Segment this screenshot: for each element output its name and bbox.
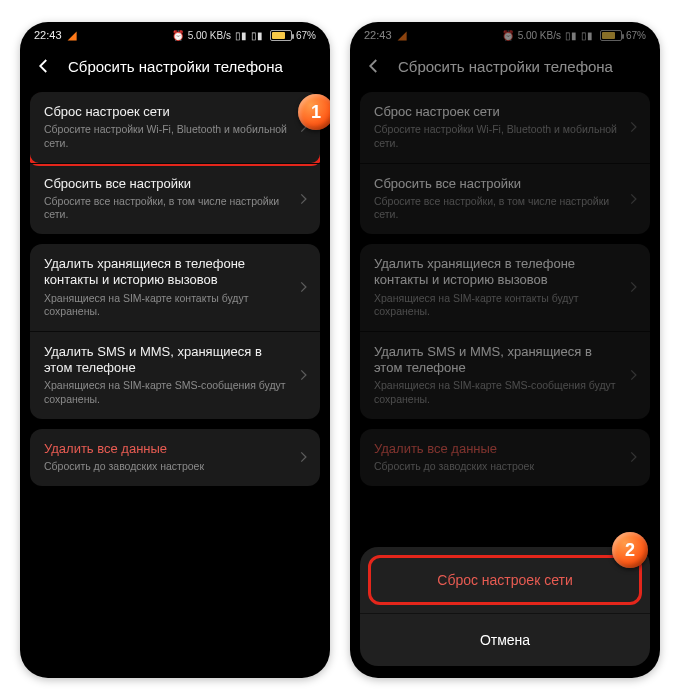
status-time: 22:43 (34, 29, 62, 41)
title-bar: Сбросить настройки телефона (20, 48, 330, 92)
row-title: Удалить хранящиеся в телефоне контакты и… (44, 256, 306, 289)
signal-icon-1: ▯▮ (235, 30, 247, 41)
page-title: Сбросить настройки телефона (68, 58, 283, 75)
row-delete-contacts[interactable]: Удалить хранящиеся в телефоне контакты и… (30, 244, 320, 331)
net-speed: 5.00 KB/s (518, 30, 561, 41)
row-title: Сбросить все настройки (44, 176, 306, 192)
phone-screen-2: 2 22:43 ◢ ⏰ 5.00 KB/s ▯▮ ▯▮ 67% Сбросить… (350, 22, 660, 678)
chevron-right-icon (626, 450, 640, 464)
chevron-right-icon (296, 368, 310, 382)
row-delete-all-data[interactable]: Удалить все данные Сбросить до заводских… (360, 429, 650, 486)
battery-icon (600, 30, 622, 41)
row-subtitle: Сбросите все настройки, в том числе наст… (44, 195, 306, 222)
step-marker-2: 2 (612, 532, 648, 568)
battery-pct: 67% (296, 30, 316, 41)
row-subtitle: Сбросите все настройки, в том числе наст… (374, 195, 636, 222)
status-time: 22:43 (364, 29, 392, 41)
net-speed: 5.00 KB/s (188, 30, 231, 41)
sheet-cancel[interactable]: Отмена (360, 613, 650, 666)
step-marker-1: 1 (298, 94, 330, 130)
row-subtitle: Хранящиеся на SIM-карте SMS-сообщения бу… (374, 379, 636, 406)
row-subtitle: Сбросите настройки Wi-Fi, Bluetooth и мо… (374, 123, 636, 150)
row-subtitle: Хранящиеся на SIM-карте контакты будут с… (44, 292, 306, 319)
battery-icon (270, 30, 292, 41)
chevron-right-icon (626, 280, 640, 294)
settings-list: Сброс настроек сети Сбросите настройки W… (20, 92, 330, 486)
back-button[interactable] (364, 56, 384, 76)
signal-icon-2: ▯▮ (251, 30, 263, 41)
row-delete-all-data[interactable]: Удалить все данные Сбросить до заводских… (30, 429, 320, 486)
chevron-right-icon (296, 192, 310, 206)
chevron-right-icon (626, 192, 640, 206)
row-subtitle: Сбросить до заводских настроек (44, 460, 306, 474)
row-title: Удалить SMS и MMS, хранящиеся в этом тел… (44, 344, 306, 377)
alarm-icon: ⏰ (502, 30, 514, 41)
title-bar: Сбросить настройки телефона (350, 48, 660, 92)
chevron-right-icon (296, 450, 310, 464)
chevron-right-icon (626, 120, 640, 134)
phone-screen-1: 1 22:43 ◢ ⏰ 5.00 KB/s ▯▮ ▯▮ 67% Сбросить… (20, 22, 330, 678)
chevron-right-icon (626, 368, 640, 382)
sheet-confirm-reset-network[interactable]: Сброс настроек сети (368, 555, 642, 605)
brand-icon: ◢ (398, 29, 406, 42)
row-delete-sms[interactable]: Удалить SMS и MMS, хранящиеся в этом тел… (360, 331, 650, 419)
row-title: Сброс настроек сети (44, 104, 306, 120)
row-subtitle: Хранящиеся на SIM-карте контакты будут с… (374, 292, 636, 319)
status-bar: 22:43 ◢ ⏰ 5.00 KB/s ▯▮ ▯▮ 67% (20, 22, 330, 48)
row-delete-sms[interactable]: Удалить SMS и MMS, хранящиеся в этом тел… (30, 331, 320, 419)
settings-list: Сброс настроек сети Сбросите настройки W… (350, 92, 660, 486)
signal-icon-2: ▯▮ (581, 30, 593, 41)
row-reset-all-settings[interactable]: Сбросить все настройки Сбросите все наст… (360, 163, 650, 235)
group-network-reset: Сброс настроек сети Сбросите настройки W… (30, 92, 320, 234)
group-delete-data: Удалить хранящиеся в телефоне контакты и… (30, 244, 320, 419)
group-factory-reset: Удалить все данные Сбросить до заводских… (30, 429, 320, 486)
brand-icon: ◢ (68, 29, 76, 42)
row-title: Удалить все данные (44, 441, 306, 457)
back-button[interactable] (34, 56, 54, 76)
row-title: Удалить все данные (374, 441, 636, 457)
chevron-right-icon (296, 280, 310, 294)
action-sheet: Сброс настроек сети Отмена (360, 547, 650, 666)
status-icons: ⏰ 5.00 KB/s ▯▮ ▯▮ 67% (502, 30, 646, 41)
dimmed-background: 22:43 ◢ ⏰ 5.00 KB/s ▯▮ ▯▮ 67% Сбросить н… (350, 22, 660, 486)
row-subtitle: Хранящиеся на SIM-карте SMS-сообщения бу… (44, 379, 306, 406)
page-title: Сбросить настройки телефона (398, 58, 613, 75)
row-title: Удалить SMS и MMS, хранящиеся в этом тел… (374, 344, 636, 377)
row-title: Удалить хранящиеся в телефоне контакты и… (374, 256, 636, 289)
row-title: Сброс настроек сети (374, 104, 636, 120)
row-subtitle: Сбросите настройки Wi-Fi, Bluetooth и мо… (44, 123, 306, 150)
status-icons: ⏰ 5.00 KB/s ▯▮ ▯▮ 67% (172, 30, 316, 41)
row-delete-contacts[interactable]: Удалить хранящиеся в телефоне контакты и… (360, 244, 650, 331)
row-reset-network[interactable]: Сброс настроек сети Сбросите настройки W… (360, 92, 650, 163)
battery-pct: 67% (626, 30, 646, 41)
signal-icon-1: ▯▮ (565, 30, 577, 41)
row-reset-all-settings[interactable]: Сбросить все настройки Сбросите все наст… (30, 163, 320, 235)
alarm-icon: ⏰ (172, 30, 184, 41)
row-reset-network[interactable]: Сброс настроек сети Сбросите настройки W… (30, 92, 320, 166)
row-subtitle: Сбросить до заводских настроек (374, 460, 636, 474)
row-title: Сбросить все настройки (374, 176, 636, 192)
status-bar: 22:43 ◢ ⏰ 5.00 KB/s ▯▮ ▯▮ 67% (350, 22, 660, 48)
